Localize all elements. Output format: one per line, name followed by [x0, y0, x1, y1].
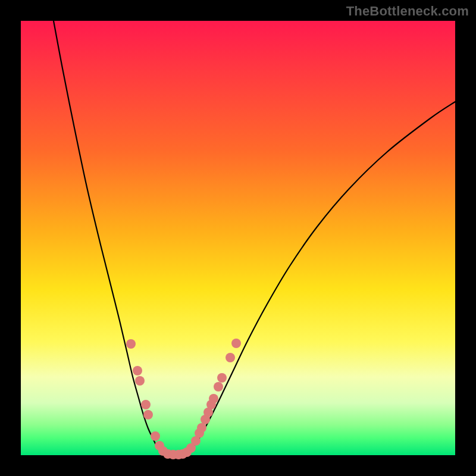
marker-point	[226, 353, 235, 362]
marker-layer	[126, 339, 241, 459]
outer-frame: TheBottleneck.com	[0, 0, 476, 476]
marker-point	[126, 339, 136, 349]
marker-point	[135, 376, 145, 386]
marker-point	[231, 339, 241, 348]
marker-point	[151, 431, 160, 441]
chart-svg	[21, 21, 455, 455]
watermark-text: TheBottleneck.com	[346, 4, 469, 19]
plot-area	[21, 21, 455, 455]
marker-point	[133, 366, 142, 375]
marker-point	[214, 382, 223, 392]
marker-point	[143, 410, 153, 419]
marker-point	[197, 423, 206, 433]
marker-point	[209, 394, 218, 403]
marker-point	[141, 400, 151, 409]
marker-point	[217, 373, 227, 383]
bottleneck-curve	[54, 21, 455, 455]
